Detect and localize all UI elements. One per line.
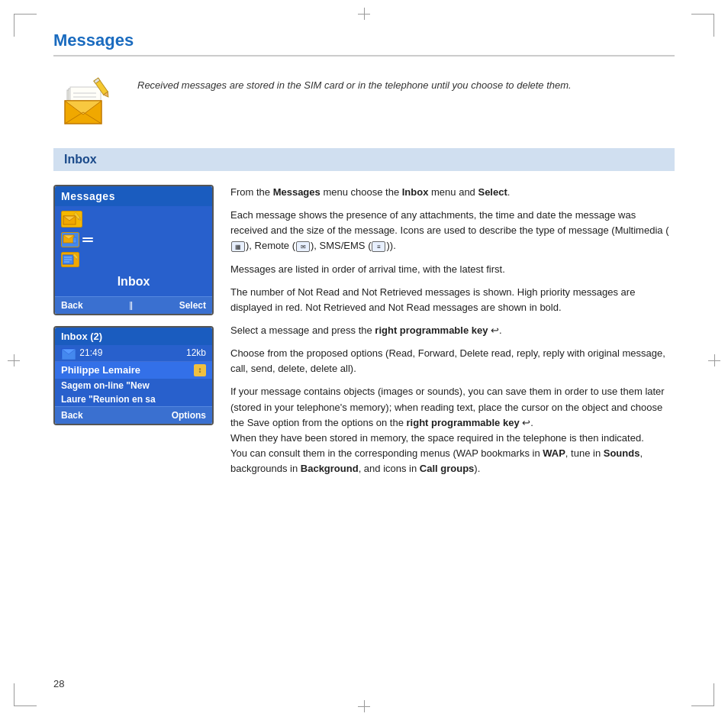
content-p7-bold: right programmable key — [407, 417, 520, 428]
phone1-icon-item-3 — [61, 252, 206, 267]
content-p5: Select a message and press the right pro… — [230, 323, 675, 338]
content-p1-bold1: Messages — [273, 186, 321, 198]
left-column: Messages — [53, 185, 214, 425]
phone1-inbox-label: Inbox — [61, 272, 206, 292]
content-area: Messages — [53, 185, 675, 484]
crosshair-right — [708, 354, 720, 366]
phone2-back-btn[interactable]: Back — [61, 410, 83, 421]
content-p1-pre: From the — [230, 186, 273, 198]
phone1-body: Inbox — [55, 206, 212, 296]
phone1-icon3-svg — [63, 253, 78, 266]
content-cg: Call groups — [420, 463, 475, 474]
content-p1-mid: menu choose the — [321, 186, 402, 198]
page-number: 28 — [53, 678, 64, 689]
right-column: From the Messages menu choose the Inbox … — [230, 185, 675, 484]
crosshair-left — [8, 354, 20, 366]
inbox-section-label: Inbox — [64, 153, 97, 166]
phone2-msg1: Sagem on-line "New — [55, 379, 212, 392]
phone-screen-1: Messages — [53, 185, 214, 315]
phone1-icon-box-3 — [61, 252, 79, 267]
corner-mark-tl — [14, 14, 37, 37]
content-p2: Each message shows the presence of any a… — [230, 208, 675, 253]
phone2-titlebar: Inbox (2) — [55, 328, 212, 345]
phone1-icon-box-1 — [61, 211, 82, 228]
content-bg: Background — [301, 463, 359, 474]
intro-icon — [53, 70, 122, 131]
phone2-scroll-arrow: ↕ — [194, 364, 206, 376]
content-p7: If your message contains objects (images… — [230, 384, 675, 476]
content-wap: WAP — [543, 447, 565, 459]
content-p1-bold2: Inbox — [402, 186, 429, 198]
phone1-icon-box-2 — [61, 232, 79, 247]
multimedia-icon: ▦ — [231, 241, 245, 252]
content-p6: Choose from the proposed options (Read, … — [230, 346, 675, 376]
content-sounds: Sounds — [604, 447, 640, 459]
phone-screen-2: Inbox (2) 21:49 12kb Philippe — [53, 326, 214, 425]
phone2-time: 21:49 — [79, 347, 102, 358]
phone2-email-svg — [62, 349, 76, 360]
remote-icon: ✉ — [296, 241, 310, 252]
corner-mark-br — [691, 683, 714, 706]
phone2-footer: Back Options — [55, 406, 212, 424]
intro-text: Received messages are stored in the SIM … — [137, 70, 572, 93]
content-p1: From the Messages menu choose the Inbox … — [230, 185, 675, 200]
sms-icon: ≡ — [372, 241, 385, 252]
page-title: Messages — [53, 31, 675, 57]
content-p4: The number of Not Read and Not Retrieved… — [230, 285, 675, 315]
phone1-icon-item-1 — [61, 211, 206, 228]
phone1-small-icon-svg — [63, 212, 81, 226]
crosshair-top — [358, 8, 370, 20]
inbox-section-header: Inbox — [53, 148, 675, 171]
intro-section: Received messages are stored in the SIM … — [53, 70, 675, 131]
content-p3: Messages are listed in order of arrival … — [230, 262, 675, 277]
phone1-footer: Back ‖ Select — [55, 296, 212, 314]
content-p1-end: . — [507, 186, 511, 198]
crosshair-bottom — [358, 700, 370, 712]
phone1-back-btn[interactable]: Back — [61, 300, 83, 311]
phone2-msg2: Laure "Reunion en sa — [55, 392, 212, 406]
phone2-size: 12kb — [186, 347, 206, 358]
content-p5-bold: right programmable key — [375, 324, 488, 336]
phone2-row1: 21:49 12kb — [55, 345, 212, 362]
phone2-options-btn[interactable]: Options — [172, 410, 206, 421]
phone2-name: Philippe Lemaire — [61, 364, 140, 376]
phone2-name-row: Philippe Lemaire ↕ — [55, 362, 212, 379]
phone1-icon2-svg — [63, 234, 78, 246]
phone1-icon-item-2 — [61, 232, 206, 247]
envelope-svg-icon — [61, 76, 114, 126]
corner-mark-tr — [691, 14, 714, 37]
phone2-email-icon — [61, 348, 75, 359]
content-p1-mid2: menu and — [428, 186, 478, 198]
phone1-titlebar: Messages — [55, 186, 212, 206]
phone1-select-btn[interactable]: Select — [179, 300, 206, 311]
content-p1-bold3: Select — [478, 186, 507, 198]
corner-mark-bl — [14, 683, 37, 706]
